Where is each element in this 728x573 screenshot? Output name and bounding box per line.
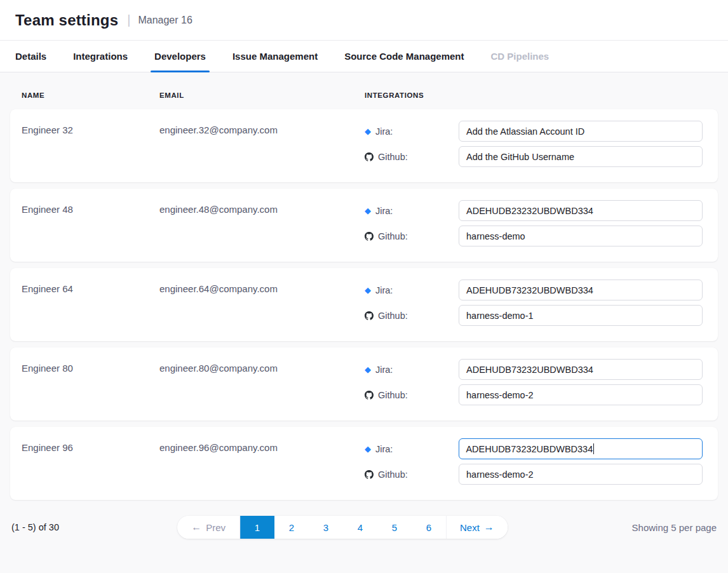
developer-name: Engineer 80 [22, 361, 159, 374]
jira-integration-line: ◆ Jira: ADEHUDB73232UBDWBD334 [365, 438, 706, 459]
tab-label: Integrations [73, 51, 128, 62]
github-username-input[interactable]: harness-demo-2 [459, 384, 703, 405]
jira-label: Jira: [375, 365, 393, 375]
tab-cd-pipelines[interactable]: CD Pipelines [491, 41, 549, 72]
github-username-input[interactable]: Add the GitHub Username [459, 146, 703, 167]
tab-label: Details [15, 51, 46, 62]
jira-input-value: ADEHUDB73232UBDWBD334 [466, 285, 593, 295]
next-label: Next [460, 522, 480, 533]
jira-account-id-input[interactable]: ADEHUDB73232UBDWBD334 [459, 280, 703, 300]
integrations-cell: ◆ Jira: ADEHUDB73232UBDWBD334 Github: [365, 438, 706, 485]
page-number-label: 3 [323, 522, 328, 533]
prev-label: Prev [206, 522, 226, 533]
github-label: Github: [378, 311, 408, 321]
page-number-group: 1 2 3 4 5 6 [240, 516, 447, 539]
developer-name: Engineer 32 [22, 123, 159, 135]
jira-input-value: Add the Atlassian Account ID [466, 126, 584, 137]
result-range-text: (1 - 5) of 30 [11, 522, 59, 532]
integrations-cell: ◆ Jira: ADEHUDB23232UBDWBD334 Github: [365, 200, 706, 246]
developer-rows: Engineer 32 engineer.32@company.com ◆ Ji… [10, 109, 718, 500]
github-username-input[interactable]: harness-demo-1 [459, 305, 703, 326]
jira-input-value: ADEHUDB23232UBDWBD334 [466, 206, 593, 216]
page-number-button[interactable]: 4 [343, 516, 377, 539]
table-row: Engineer 64 engineer.64@company.com ◆ Ji… [10, 268, 718, 341]
page-header: Team settings | Manager 16 [0, 0, 728, 41]
tab-developers[interactable]: Developers [154, 41, 206, 72]
jira-account-id-input[interactable]: ADEHUDB73232UBDWBD334 [459, 438, 703, 459]
column-header-email: EMAIL [159, 91, 365, 99]
developer-email: engineer.80@company.com [159, 361, 365, 374]
tab-label: Source Code Management [344, 51, 464, 62]
jira-account-id-input[interactable]: Add the Atlassian Account ID [459, 121, 703, 142]
github-input-value: harness-demo-2 [466, 469, 534, 480]
page-number-label: 2 [289, 522, 294, 533]
developer-name: Engineer 64 [22, 282, 159, 294]
page-number-label: 1 [255, 522, 260, 533]
next-page-button[interactable]: Next → [447, 516, 508, 539]
table-row: Engineer 48 engineer.48@company.com ◆ Ji… [10, 189, 718, 262]
table-row: Engineer 80 engineer.80@company.com ◆ Ji… [10, 347, 718, 421]
prev-page-button[interactable]: ← Prev [177, 516, 240, 539]
tab-details[interactable]: Details [15, 41, 46, 72]
github-label: Github: [378, 152, 408, 162]
github-input-value: Add the GitHub Username [466, 152, 574, 162]
jira-integration-line: ◆ Jira: Add the Atlassian Account ID [365, 121, 706, 142]
page-subtitle: Manager 16 [138, 15, 192, 26]
github-username-input[interactable]: harness-demo [459, 226, 703, 246]
page-number-button[interactable]: 3 [309, 516, 343, 539]
page-number-button[interactable]: 5 [377, 516, 412, 539]
github-icon [365, 232, 374, 241]
tab-source-code-management[interactable]: Source Code Management [344, 41, 464, 72]
github-input-value: harness-demo [466, 231, 525, 241]
page-number-button[interactable]: 1 [240, 516, 274, 539]
jira-icon: ◆ [365, 365, 371, 374]
pagination: ← Prev 1 2 3 4 5 6 Next → [177, 516, 508, 539]
github-integration-line: Github: harness-demo-1 [365, 305, 706, 326]
page-number-button[interactable]: 2 [274, 516, 309, 539]
page-title: Team settings [15, 11, 118, 29]
github-icon [365, 152, 374, 161]
github-icon [365, 391, 374, 400]
per-page-text: Showing 5 per page [632, 522, 717, 533]
jira-label: Jira: [375, 206, 393, 216]
integrations-cell: ◆ Jira: Add the Atlassian Account ID Git… [365, 121, 706, 167]
github-integration-line: Github: harness-demo-2 [365, 384, 706, 405]
jira-integration-line: ◆ Jira: ADEHUDB23232UBDWBD334 [365, 200, 706, 221]
jira-integration-line: ◆ Jira: ADEHUDB73232UBDWBD334 [365, 359, 706, 380]
page-number-label: 5 [392, 522, 397, 533]
tab-label: CD Pipelines [491, 51, 549, 62]
developer-email: engineer.96@company.com [159, 441, 365, 453]
jira-label: Jira: [375, 126, 393, 137]
developer-email: engineer.32@company.com [159, 123, 365, 135]
jira-account-id-input[interactable]: ADEHUDB23232UBDWBD334 [459, 200, 703, 221]
github-integration-line: Github: Add the GitHub Username [365, 146, 706, 167]
jira-icon: ◆ [365, 445, 371, 453]
page-number-label: 4 [358, 522, 363, 533]
tab-issue-management[interactable]: Issue Management [233, 41, 318, 72]
table-row: Engineer 96 engineer.96@company.com ◆ Ji… [10, 427, 718, 500]
tab-integrations[interactable]: Integrations [73, 41, 128, 72]
github-input-value: harness-demo-1 [466, 311, 534, 321]
jira-label: Jira: [375, 285, 393, 295]
column-header-name: NAME [22, 91, 159, 99]
table-row: Engineer 32 engineer.32@company.com ◆ Ji… [10, 109, 718, 182]
developer-email: engineer.64@company.com [159, 282, 365, 294]
developer-email: engineer.48@company.com [159, 203, 365, 215]
jira-input-value: ADEHUDB73232UBDWBD334 [466, 444, 593, 454]
github-icon [365, 311, 374, 320]
jira-label: Jira: [375, 444, 393, 454]
github-username-input[interactable]: harness-demo-2 [459, 464, 703, 485]
developer-name: Engineer 48 [22, 203, 159, 215]
jira-icon: ◆ [365, 286, 371, 294]
jira-icon: ◆ [365, 206, 371, 215]
page-number-button[interactable]: 6 [412, 516, 446, 539]
github-integration-line: Github: harness-demo-2 [365, 464, 706, 485]
github-input-value: harness-demo-2 [466, 390, 534, 400]
integrations-cell: ◆ Jira: ADEHUDB73232UBDWBD334 Github: [365, 280, 706, 326]
page-number-label: 6 [426, 522, 431, 533]
jira-account-id-input[interactable]: ADEHUDB73232UBDWBD334 [459, 359, 703, 380]
title-separator: | [127, 13, 130, 27]
github-icon [365, 470, 374, 479]
developers-panel: NAME EMAIL INTEGRATIONS Engineer 32 engi… [0, 72, 728, 539]
integrations-cell: ◆ Jira: ADEHUDB73232UBDWBD334 Github: [365, 359, 706, 405]
